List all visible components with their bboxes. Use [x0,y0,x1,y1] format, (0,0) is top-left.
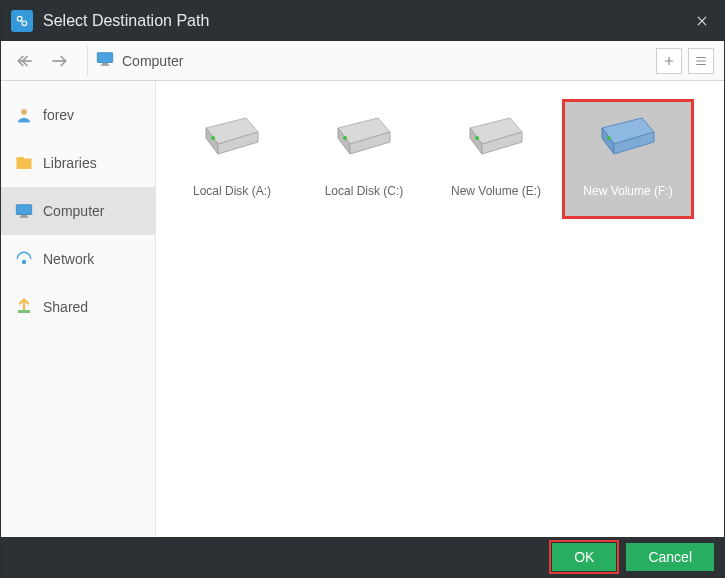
dialog-body: forev Libraries Computer [1,81,724,537]
libraries-icon [15,154,33,172]
svg-point-1 [22,21,27,26]
drive-item[interactable]: Local Disk (C:) [298,99,430,219]
svg-point-16 [211,136,215,140]
drive-item[interactable]: Local Disk (A:) [166,99,298,219]
toolbar-right [656,48,714,74]
svg-rect-6 [17,159,32,170]
svg-rect-9 [21,215,27,216]
sidebar-item-label: Shared [43,299,88,315]
drive-label: Local Disk (C:) [325,184,404,198]
drive-icon [332,114,396,162]
svg-point-0 [17,16,22,21]
svg-rect-7 [17,157,25,160]
svg-point-24 [475,136,479,140]
app-icon [11,10,33,32]
sidebar-item-shared[interactable]: Shared [1,283,155,331]
drive-label: New Volume (F:) [583,184,672,198]
back-button[interactable] [11,47,39,75]
svg-point-20 [343,136,347,140]
drive-item[interactable]: New Volume (E:) [430,99,562,219]
network-icon [15,250,33,268]
new-folder-button[interactable] [656,48,682,74]
sidebar-item-libraries[interactable]: Libraries [1,139,155,187]
breadcrumb[interactable]: Computer [96,52,656,69]
svg-rect-12 [18,310,30,313]
drive-grid: Local Disk (A:) Local Disk (C:) [156,81,724,537]
sidebar: forev Libraries Computer [1,81,156,537]
close-button[interactable] [690,9,714,33]
sidebar-item-label: Network [43,251,94,267]
view-list-button[interactable] [688,48,714,74]
forward-button[interactable] [45,47,73,75]
svg-rect-3 [102,63,108,64]
breadcrumb-label: Computer [122,53,183,69]
toolbar: Computer [1,41,724,81]
svg-rect-8 [16,205,31,215]
svg-rect-10 [20,217,28,218]
shared-icon [15,298,33,316]
drive-icon [596,114,660,162]
svg-point-5 [21,109,27,115]
sidebar-item-label: forev [43,107,74,123]
dialog-window: Select Destination Path Computer [0,0,725,578]
toolbar-separator [87,46,88,76]
dialog-footer: OK Cancel [1,537,724,577]
drive-icon [200,114,264,162]
drive-label: Local Disk (A:) [193,184,271,198]
sidebar-item-user[interactable]: forev [1,91,155,139]
sidebar-item-label: Libraries [43,155,97,171]
svg-rect-2 [97,53,112,63]
sidebar-item-computer[interactable]: Computer [1,187,155,235]
svg-point-11 [22,260,27,265]
titlebar: Select Destination Path [1,1,724,41]
drive-icon [464,114,528,162]
sidebar-item-network[interactable]: Network [1,235,155,283]
dialog-title: Select Destination Path [43,12,690,30]
user-icon [15,106,33,124]
drive-item-selected[interactable]: New Volume (F:) [562,99,694,219]
computer-icon [15,202,33,220]
svg-rect-4 [101,65,109,66]
sidebar-item-label: Computer [43,203,104,219]
drive-label: New Volume (E:) [451,184,541,198]
cancel-button[interactable]: Cancel [626,543,714,571]
svg-point-28 [607,136,611,140]
ok-button[interactable]: OK [552,543,616,571]
computer-icon [96,52,114,69]
